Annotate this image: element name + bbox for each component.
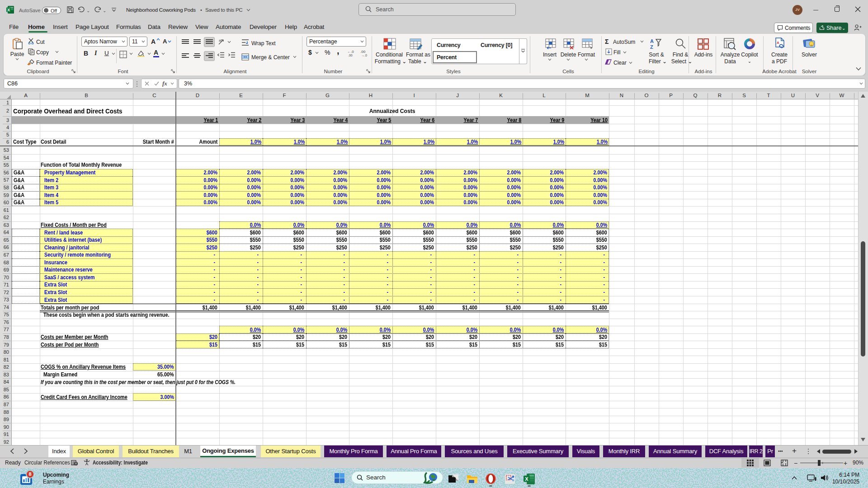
svg-text:A: A	[777, 41, 779, 45]
svg-text:A: A	[650, 38, 654, 44]
svg-text:→.0: →.0	[361, 54, 367, 57]
svg-text:Z: Z	[650, 44, 653, 50]
svg-text:ab: ab	[219, 39, 222, 42]
svg-text:.00: .00	[348, 54, 353, 57]
svg-text:X: X	[7, 8, 10, 12]
svg-text:X: X	[525, 476, 528, 482]
